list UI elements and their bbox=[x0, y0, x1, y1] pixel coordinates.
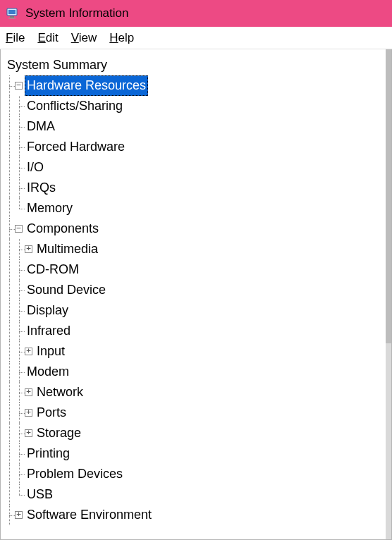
tree-item-hardware-resources[interactable]: − Hardware Resources bbox=[5, 75, 388, 96]
tree-label-hardware-resources: Hardware Resources bbox=[25, 75, 148, 96]
collapse-icon[interactable]: − bbox=[15, 225, 23, 233]
tree-item-sound[interactable]: Sound Device bbox=[5, 280, 388, 300]
menu-edit[interactable]: Edit bbox=[37, 31, 58, 45]
tree-item-multimedia[interactable]: + Multimedia bbox=[5, 239, 388, 259]
expand-icon[interactable]: + bbox=[25, 409, 32, 417]
expand-icon[interactable]: + bbox=[25, 245, 32, 253]
tree-root-label: System Summary bbox=[5, 55, 109, 75]
vertical-scrollbar[interactable] bbox=[386, 49, 391, 539]
tree-item-software-env[interactable]: + Software Environment bbox=[5, 505, 388, 525]
tree-item-ports[interactable]: + Ports bbox=[5, 403, 388, 423]
menubar: File Edit View Help bbox=[0, 27, 392, 49]
tree-item-infrared[interactable]: Infrared bbox=[5, 321, 388, 341]
expand-icon[interactable]: + bbox=[15, 511, 23, 519]
tree-item-dma[interactable]: DMA bbox=[5, 116, 388, 137]
scrollbar-thumb[interactable] bbox=[386, 49, 391, 343]
svg-rect-3 bbox=[8, 18, 16, 19]
menu-file[interactable]: File bbox=[6, 31, 25, 45]
tree-item-printing[interactable]: Printing bbox=[5, 443, 388, 464]
tree-item-forced[interactable]: Forced Hardware bbox=[5, 137, 388, 157]
tree-item-modem[interactable]: Modem bbox=[5, 362, 388, 382]
window-title: System Information bbox=[25, 6, 128, 20]
content-pane: System Summary − Hardware Resources Conf… bbox=[0, 49, 392, 540]
tree-item-irqs[interactable]: IRQs bbox=[5, 178, 388, 198]
expand-icon[interactable]: + bbox=[25, 429, 32, 437]
expand-icon[interactable]: + bbox=[25, 348, 32, 355]
tree-item-problem[interactable]: Problem Devices bbox=[5, 464, 388, 484]
menu-help[interactable]: Help bbox=[109, 31, 134, 45]
expand-icon[interactable]: + bbox=[25, 388, 32, 396]
tree-item-usb[interactable]: USB bbox=[5, 484, 388, 505]
category-tree[interactable]: System Summary − Hardware Resources Conf… bbox=[1, 49, 391, 528]
tree-item-io[interactable]: I/O bbox=[5, 157, 388, 178]
tree-item-network[interactable]: + Network bbox=[5, 382, 388, 403]
system-info-icon bbox=[6, 6, 20, 20]
tree-item-input[interactable]: + Input bbox=[5, 341, 388, 362]
tree-item-components[interactable]: − Components bbox=[5, 219, 388, 239]
menu-view[interactable]: View bbox=[71, 31, 97, 45]
titlebar: System Information bbox=[0, 0, 392, 27]
tree-item-memory[interactable]: Memory bbox=[5, 198, 388, 219]
svg-rect-2 bbox=[10, 16, 14, 18]
tree-item-cdrom[interactable]: CD-ROM bbox=[5, 259, 388, 280]
svg-rect-1 bbox=[8, 10, 16, 14]
tree-root[interactable]: System Summary bbox=[5, 55, 388, 75]
tree-item-conflicts[interactable]: Conflicts/Sharing bbox=[5, 96, 388, 116]
collapse-icon[interactable]: − bbox=[15, 82, 23, 90]
tree-item-storage[interactable]: + Storage bbox=[5, 423, 388, 443]
tree-connector bbox=[5, 75, 15, 96]
tree-item-display[interactable]: Display bbox=[5, 300, 388, 321]
